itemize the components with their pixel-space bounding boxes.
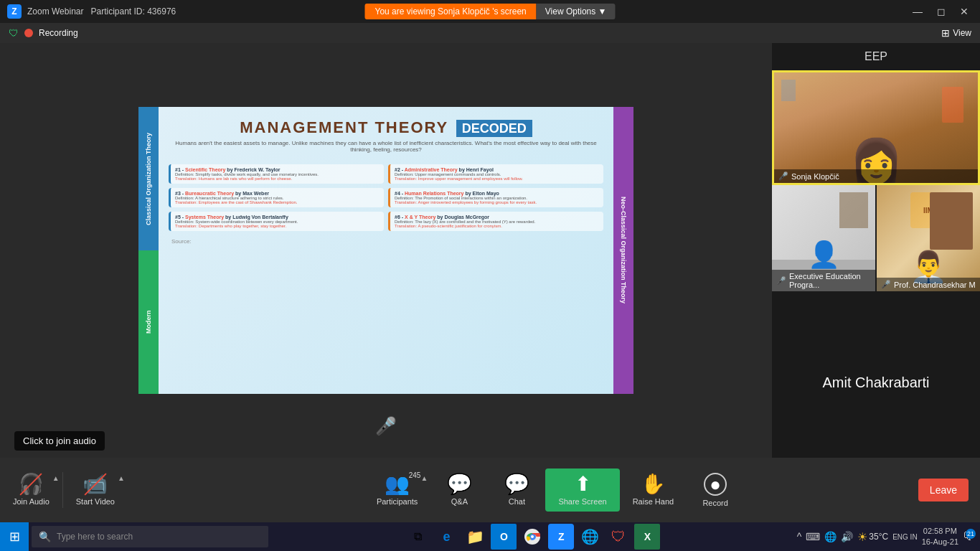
theory-title-6: #6 - X & Y Theory by Douglas McGregor xyxy=(395,215,599,220)
theory-trans-6: Translation: A pseudo-scientific justifi… xyxy=(395,224,599,228)
theory-title-5: #5 - Systems Theory by Ludwig Von Bertal… xyxy=(175,215,380,220)
notification-count: 21 xyxy=(966,529,976,539)
notification-button[interactable]: 🗨 21 xyxy=(963,530,974,543)
edge-browser-icon[interactable]: e xyxy=(433,524,459,550)
raise-hand-label: Raise Hand xyxy=(633,497,674,506)
task-view-button[interactable]: ⧉ xyxy=(405,524,430,550)
video-icon: 📹 xyxy=(83,474,108,494)
modern-label: Modern xyxy=(138,250,159,394)
language-display[interactable]: ENG IN xyxy=(892,532,917,542)
prof-video-tile[interactable]: IIM 👨‍💼 🎤 Prof. Chandrasekhar M xyxy=(877,185,980,291)
sonja-video-tile[interactable]: 👩 🎤 Sonja Klopčič xyxy=(772,70,980,185)
raise-hand-icon: ✋ xyxy=(641,474,666,494)
theory-box-4: #4 - Human Relations Theory by Elton May… xyxy=(388,188,603,207)
app-name: Zoom Webinar xyxy=(27,6,83,17)
taskbar-apps: ⧉ e 📁 O Z 🌐 🛡 X xyxy=(268,524,797,550)
security-icon[interactable]: 🛡 xyxy=(606,524,631,550)
leave-button[interactable]: Leave xyxy=(918,479,969,501)
audio-icon: 🎧 xyxy=(19,474,44,494)
view-label: View xyxy=(953,28,971,38)
qa-label: Q&A xyxy=(451,497,468,506)
theory-box-6: #6 - X & Y Theory by Douglas McGregor De… xyxy=(388,212,603,231)
maximize-button[interactable]: ◻ xyxy=(934,6,948,17)
excel-icon[interactable]: X xyxy=(634,524,660,550)
qa-button[interactable]: 💬 Q&A xyxy=(430,468,488,512)
sonja-name: Sonja Klopčič xyxy=(791,172,839,181)
share-screen-button[interactable]: ⬆ Share Screen xyxy=(545,468,619,512)
screen-share-area: Classical Organization Theory Modern Neo… xyxy=(0,43,772,458)
chevron-up-icon[interactable]: ^ xyxy=(797,531,802,542)
theory-trans-2: Translation: Improve upper management an… xyxy=(395,176,599,181)
sonja-name-bar: 🎤 Sonja Klopčič xyxy=(774,169,978,183)
title-text: Zoom Webinar Participant ID: 436976 xyxy=(27,6,176,17)
qa-icon: 💬 xyxy=(447,474,472,494)
participant-id: Participant ID: 436976 xyxy=(91,6,176,17)
slide-decoded-label: DECODED xyxy=(456,120,532,137)
start-button[interactable]: ⊞ xyxy=(0,522,29,551)
share-screen-icon: ⬆ xyxy=(575,474,591,494)
slide-subtitle: Humans aren't the easiest assets to mana… xyxy=(167,140,605,153)
eep-label: EEP xyxy=(864,50,887,62)
prof-name: Prof. Chandrasekhar M xyxy=(894,281,976,289)
shield-icon: 🛡 xyxy=(9,27,19,39)
participants-count-badge: 245 xyxy=(409,471,421,479)
screen-share-notice: You are viewing Sonja Klopčič 's screen xyxy=(364,4,536,19)
eep-label-area: EEP xyxy=(772,43,980,70)
theory-title-1: #1 - Scientific Theory by Frederick W. T… xyxy=(175,167,380,172)
search-placeholder: Type here to search xyxy=(57,532,133,542)
search-icon: 🔍 xyxy=(39,531,51,542)
file-explorer-icon[interactable]: 📁 xyxy=(462,524,488,550)
view-button[interactable]: ⊞ View xyxy=(941,27,971,39)
minimize-button[interactable]: — xyxy=(910,6,925,17)
keyboard-icon[interactable]: ⌨ xyxy=(806,531,820,542)
participants-icon: 👥 xyxy=(385,474,410,494)
theory-box-2: #2 - Administrative Theory by Henri Fayo… xyxy=(388,164,603,184)
theory-title-4: #4 - Human Relations Theory by Elton May… xyxy=(395,191,599,196)
amit-area: Amit Chakrabarti xyxy=(772,307,980,458)
title-bar-controls: — ◻ ✕ xyxy=(910,6,980,17)
title-bar-left: Z Zoom Webinar Participant ID: 436976 xyxy=(0,4,176,19)
volume-icon[interactable]: 🔊 xyxy=(841,531,853,542)
eep-video-tile[interactable]: 👤 🎤 Executive Education Progra... xyxy=(772,185,875,291)
browser2-icon[interactable]: 🌐 xyxy=(577,524,603,550)
title-bar-center: You are viewing Sonja Klopčič 's screen … xyxy=(364,4,615,19)
language-text: ENG IN xyxy=(892,532,917,542)
join-audio-button[interactable]: Click to join audio xyxy=(14,431,105,451)
eep-name-bar: 🎤 Executive Education Progra... xyxy=(772,270,875,291)
recording-text: Recording xyxy=(39,28,78,38)
slide-title-area: MANAGEMENT THEORY DECODED Humans aren't … xyxy=(146,114,626,157)
network-icon[interactable]: 🌐 xyxy=(824,531,837,542)
sonja-video-bg: 👩 xyxy=(774,72,978,183)
start-video-button[interactable]: 📹 Start Video ▲ xyxy=(63,468,128,512)
zoom-taskbar-icon[interactable]: Z xyxy=(548,524,574,550)
search-bar[interactable]: 🔍 Type here to search xyxy=(32,526,268,547)
eep-mic-icon: 🎤 xyxy=(776,276,786,286)
raise-hand-button[interactable]: ✋ Raise Hand xyxy=(620,468,687,512)
temperature-text: 35°C xyxy=(869,532,888,542)
slide-container: Classical Organization Theory Modern Neo… xyxy=(138,107,633,394)
clock-time: 02:58 PM xyxy=(922,526,958,537)
chrome-icon[interactable] xyxy=(519,524,545,550)
join-audio-label: Join Audio xyxy=(13,497,50,506)
join-audio-toolbar-button[interactable]: 🎧 Join Audio ▲ xyxy=(0,468,62,512)
svg-point-3 xyxy=(531,535,534,538)
chat-icon: 💬 xyxy=(504,474,529,494)
taskbar: ⊞ 🔍 Type here to search ⧉ e 📁 O xyxy=(0,522,980,551)
close-button[interactable]: ✕ xyxy=(957,6,971,17)
main-content: Classical Organization Theory Modern Neo… xyxy=(0,43,980,458)
view-options-button[interactable]: View Options ▼ xyxy=(537,4,616,19)
record-button[interactable]: ● Record xyxy=(687,467,744,513)
outlook-icon[interactable]: O xyxy=(491,524,517,550)
chat-button[interactable]: 💬 Chat xyxy=(488,468,545,512)
theory-title-2: #2 - Administrative Theory by Henri Fayo… xyxy=(395,167,599,172)
clock-display[interactable]: 02:58 PM 16-Aug-21 xyxy=(922,526,958,548)
office-shelf xyxy=(930,192,973,250)
prof-name-bar: 🎤 Prof. Chandrasekhar M xyxy=(877,278,980,291)
eep-org-name: Executive Education Progra... xyxy=(789,272,871,289)
participants-button[interactable]: 245 👥 Participants ▲ xyxy=(364,468,430,512)
bottom-video-tiles: 👤 🎤 Executive Education Progra... IIM xyxy=(772,185,980,307)
share-screen-label: Share Screen xyxy=(558,497,606,506)
video-panel: EEP 👩 🎤 Sonja Klopčič xyxy=(772,43,980,458)
slide-inner: Classical Organization Theory Modern Neo… xyxy=(138,107,633,394)
chat-label: Chat xyxy=(509,497,525,506)
